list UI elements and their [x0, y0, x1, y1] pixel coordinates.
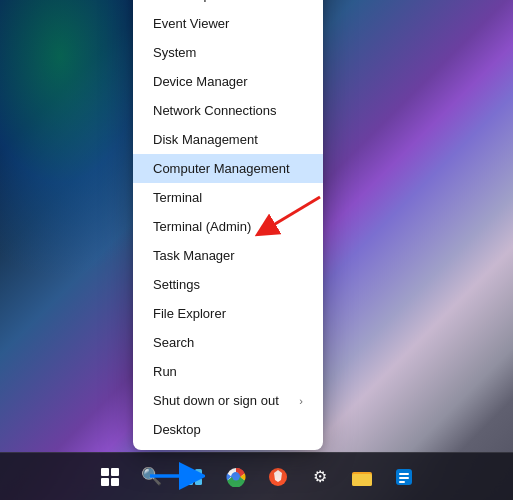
menu-item-run[interactable]: Run: [133, 357, 323, 386]
menu-item-power-options[interactable]: Power Options: [133, 0, 323, 9]
svg-rect-4: [186, 469, 193, 476]
menu-item-label-shutdown: Shut down or sign out: [153, 393, 279, 408]
menu-item-label-terminal-admin: Terminal (Admin): [153, 219, 251, 234]
taskbar-app-button[interactable]: [386, 459, 422, 495]
menu-item-network-connections[interactable]: Network Connections: [133, 96, 323, 125]
svg-rect-17: [399, 481, 405, 483]
menu-item-label-task-manager: Task Manager: [153, 248, 235, 263]
taskbar-search-button[interactable]: 🔍: [134, 459, 170, 495]
menu-item-label-settings: Settings: [153, 277, 200, 292]
menu-item-disk-management[interactable]: Disk Management: [133, 125, 323, 154]
menu-item-label-event-viewer: Event Viewer: [153, 16, 229, 31]
taskbar: 🔍: [0, 452, 513, 500]
menu-item-task-manager[interactable]: Task Manager: [133, 241, 323, 270]
menu-item-event-viewer[interactable]: Event Viewer: [133, 9, 323, 38]
menu-item-label-run: Run: [153, 364, 177, 379]
svg-rect-6: [186, 478, 193, 485]
svg-rect-13: [352, 474, 372, 486]
menu-item-label-search: Search: [153, 335, 194, 350]
menu-item-settings[interactable]: Settings: [133, 270, 323, 299]
taskbar-widgets-button[interactable]: [176, 459, 212, 495]
svg-rect-15: [399, 473, 409, 475]
menu-item-device-manager[interactable]: Device Manager: [133, 67, 323, 96]
menu-item-shutdown[interactable]: Shut down or sign out›: [133, 386, 323, 415]
menu-item-label-file-explorer: File Explorer: [153, 306, 226, 321]
taskbar-brave-button[interactable]: [260, 459, 296, 495]
menu-item-terminal-admin[interactable]: Terminal (Admin): [133, 212, 323, 241]
submenu-chevron-shutdown: ›: [299, 395, 303, 407]
svg-point-10: [232, 473, 239, 480]
svg-rect-5: [195, 469, 202, 476]
menu-item-computer-management[interactable]: Computer Management: [133, 154, 323, 183]
menu-item-system[interactable]: System: [133, 38, 323, 67]
menu-item-label-computer-management: Computer Management: [153, 161, 290, 176]
menu-item-label-terminal: Terminal: [153, 190, 202, 205]
menu-item-label-desktop: Desktop: [153, 422, 201, 437]
svg-rect-7: [195, 478, 202, 485]
taskbar-chrome-button[interactable]: [218, 459, 254, 495]
menu-item-label-system: System: [153, 45, 196, 60]
menu-item-label-power-options: Power Options: [153, 0, 238, 2]
menu-item-label-network-connections: Network Connections: [153, 103, 277, 118]
taskbar-icons: 🔍: [92, 459, 422, 495]
menu-item-desktop[interactable]: Desktop: [133, 415, 323, 444]
menu-item-terminal[interactable]: Terminal: [133, 183, 323, 212]
start-button[interactable]: [92, 459, 128, 495]
windows-logo-icon: [101, 468, 119, 486]
menu-item-file-explorer[interactable]: File Explorer: [133, 299, 323, 328]
svg-rect-16: [399, 477, 409, 479]
menu-item-label-device-manager: Device Manager: [153, 74, 248, 89]
context-menu: Installed appsMobility CenterPower Optio…: [133, 0, 323, 450]
taskbar-fileexplorer-button[interactable]: [344, 459, 380, 495]
menu-item-search[interactable]: Search: [133, 328, 323, 357]
taskbar-settings-button[interactable]: ⚙: [302, 459, 338, 495]
menu-item-label-disk-management: Disk Management: [153, 132, 258, 147]
